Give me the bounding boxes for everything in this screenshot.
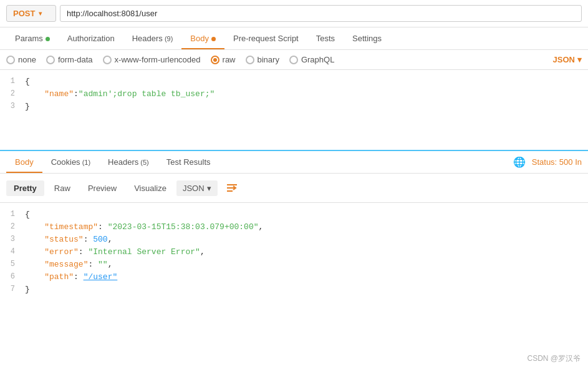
body-dot	[211, 37, 216, 41]
tab-settings[interactable]: Settings	[344, 27, 390, 49]
resp-line-2: 2 "timestamp": "2023-03-15T15:38:03.079+…	[0, 222, 588, 234]
json-chevron-icon: ▾	[577, 55, 582, 64]
method-chevron-icon: ▾	[39, 10, 42, 17]
tab-params[interactable]: Params	[6, 27, 59, 49]
option-none[interactable]: none	[6, 55, 36, 64]
radio-raw	[211, 56, 219, 64]
req-line-1: 1 {	[0, 76, 588, 89]
globe-icon: 🌐	[513, 156, 526, 168]
request-body-editor[interactable]: 1 { 2 "name":"admin';drop table tb_user;…	[0, 70, 588, 151]
tab-headers[interactable]: Headers (9)	[123, 27, 182, 49]
params-dot	[46, 37, 50, 41]
resp-line-7: 7 }	[0, 284, 588, 297]
option-raw[interactable]: raw	[211, 55, 236, 64]
wrap-lines-button[interactable]	[223, 179, 241, 197]
resp-line-1: 1 {	[0, 209, 588, 222]
req-line-2: 2 "name":"admin';drop table tb_user;"	[0, 89, 588, 101]
json-format-select[interactable]: JSON ▾	[553, 55, 582, 64]
option-graphql[interactable]: GraphQL	[289, 55, 334, 64]
tab-body[interactable]: Body	[181, 27, 224, 49]
resp-raw-btn[interactable]: Raw	[47, 180, 78, 196]
resp-json-chevron-icon: ▾	[207, 184, 211, 193]
response-section: Body Cookies (1) Headers (5) Test Result…	[0, 151, 588, 315]
response-body-editor: 1 { 2 "timestamp": "2023-03-15T15:38:03.…	[0, 203, 588, 315]
req-line-3: 3 }	[0, 101, 588, 114]
status-badge: Status: 500 In	[532, 157, 582, 167]
resp-json-select[interactable]: JSON ▾	[176, 180, 218, 196]
radio-binary	[246, 56, 254, 64]
resp-tab-headers[interactable]: Headers (5)	[99, 151, 158, 173]
option-urlencoded[interactable]: x-www-form-urlencoded	[103, 55, 201, 64]
radio-graphql	[289, 56, 298, 64]
resp-tab-body[interactable]: Body	[6, 151, 42, 173]
resp-pretty-btn[interactable]: Pretty	[6, 180, 44, 196]
tab-pre-request-script[interactable]: Pre-request Script	[224, 27, 307, 49]
method-label: POST	[13, 9, 35, 18]
resp-line-4: 4 "error": "Internal Server Error",	[0, 247, 588, 259]
tab-tests[interactable]: Tests	[307, 27, 344, 49]
wrap-icon	[225, 181, 239, 195]
resp-visualize-btn[interactable]: Visualize	[127, 180, 174, 196]
url-input[interactable]	[60, 5, 582, 22]
response-toolbar: Pretty Raw Preview Visualize JSON ▾	[0, 174, 588, 203]
body-options-row: none form-data x-www-form-urlencoded raw…	[0, 50, 588, 70]
resp-line-6: 6 "path": "/user"	[0, 272, 588, 284]
resp-preview-btn[interactable]: Preview	[80, 180, 124, 196]
radio-urlencoded	[103, 56, 112, 64]
resp-line-5: 5 "message": "",	[0, 259, 588, 272]
option-form-data[interactable]: form-data	[46, 55, 93, 64]
radio-none	[6, 56, 15, 64]
radio-form-data	[46, 56, 55, 64]
response-tab-nav: Body Cookies (1) Headers (5) Test Result…	[0, 151, 588, 174]
status-area: 🌐 Status: 500 In	[513, 156, 582, 168]
url-bar: POST ▾	[0, 0, 588, 27]
resp-tab-cookies[interactable]: Cookies (1)	[42, 151, 99, 173]
method-selector[interactable]: POST ▾	[6, 5, 56, 22]
resp-tab-test-results[interactable]: Test Results	[158, 151, 219, 173]
tab-authorization[interactable]: Authorization	[59, 27, 123, 49]
resp-line-3: 3 "status": 500,	[0, 234, 588, 247]
option-binary[interactable]: binary	[246, 55, 279, 64]
request-tab-nav: Params Authorization Headers (9) Body Pr…	[0, 27, 588, 50]
